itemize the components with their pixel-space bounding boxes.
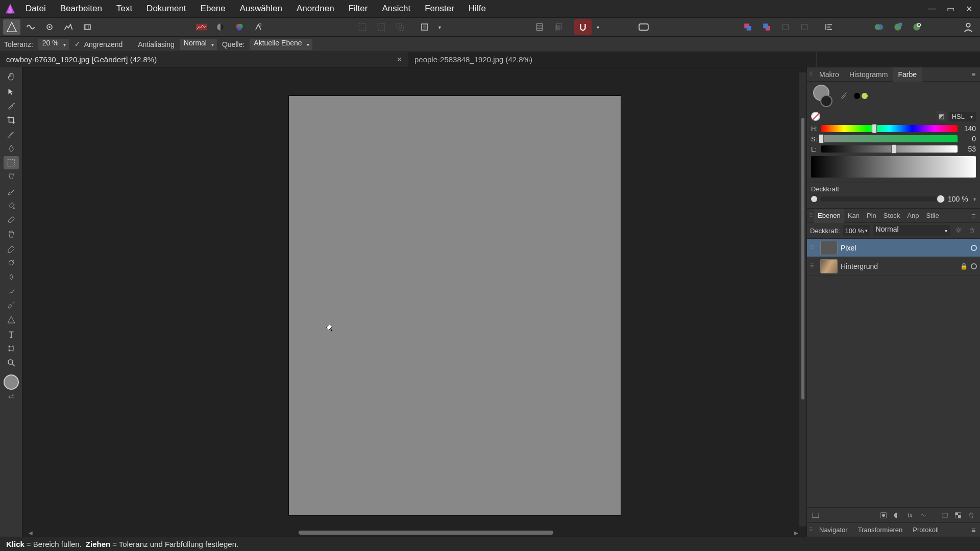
layer-thumbnail[interactable] xyxy=(820,241,838,255)
layer-link-icon[interactable]: ⠿ xyxy=(810,244,817,251)
layer-row-pixel[interactable]: ⠿ Pixel xyxy=(807,239,980,257)
panel-drag-icon[interactable]: ⠿ xyxy=(808,527,814,533)
canvas-area[interactable]: ◀ ▶ xyxy=(22,67,806,537)
sat-value[interactable]: 0 xyxy=(961,135,976,143)
persona-develop-icon[interactable] xyxy=(41,19,58,35)
selection-new-icon[interactable] xyxy=(354,19,371,35)
erase-tool-icon[interactable] xyxy=(4,242,19,255)
add-layer2-icon[interactable] xyxy=(889,19,906,35)
layer-blendmode-select[interactable]: Normal▾ xyxy=(873,225,950,236)
persona-tonemap-icon[interactable] xyxy=(60,19,77,35)
smudge-tool-icon[interactable] xyxy=(4,285,19,298)
delete-layer-icon[interactable] xyxy=(966,510,977,521)
shape-tool-icon[interactable] xyxy=(4,313,19,327)
color-picker-tool-icon[interactable] xyxy=(4,99,19,112)
group-icon[interactable] xyxy=(939,510,950,521)
magnet-dd-icon[interactable]: ▾ xyxy=(593,19,602,35)
redeye-tool-icon[interactable] xyxy=(4,299,19,312)
menu-datei[interactable]: Datei xyxy=(18,0,53,17)
maximize-button[interactable]: ▭ xyxy=(941,4,960,14)
layer-thumbnail[interactable] xyxy=(820,259,838,273)
stack-icon[interactable] xyxy=(550,19,567,35)
autowb-icon[interactable] xyxy=(250,19,267,35)
layer-opacity-input[interactable]: 100 %▾ xyxy=(843,225,870,236)
layer-link-icon[interactable]: ⠿ xyxy=(810,263,817,269)
eyedropper-icon[interactable] xyxy=(837,91,851,101)
menu-bearbeiten[interactable]: Bearbeiten xyxy=(53,0,109,17)
tab-pin[interactable]: Pin xyxy=(863,209,880,223)
hue-value[interactable]: 140 xyxy=(961,124,976,133)
selection-brush-icon[interactable] xyxy=(4,128,19,141)
menu-fenster[interactable]: Fenster xyxy=(418,0,461,17)
panel-menu-icon[interactable]: ≡ xyxy=(968,70,979,79)
document-canvas[interactable] xyxy=(289,96,621,515)
light-slider[interactable] xyxy=(821,145,958,153)
quickmask-dd-icon[interactable]: ▾ xyxy=(435,19,444,35)
add-fx-icon[interactable]: fx xyxy=(904,510,916,521)
recent-color-1[interactable] xyxy=(854,93,860,99)
antialias-checkbox[interactable]: Antialiasing xyxy=(128,40,175,48)
no-color-icon[interactable] xyxy=(811,112,820,121)
magnet-icon[interactable] xyxy=(574,19,592,35)
selection-sub-icon[interactable] xyxy=(391,19,409,35)
mesh-tool-icon[interactable] xyxy=(4,342,19,355)
opacity-value[interactable]: 100 % xyxy=(948,195,970,203)
blur-tool-icon[interactable] xyxy=(4,270,19,284)
autocolors-icon[interactable] xyxy=(231,19,248,35)
blendmode-select[interactable]: Normal▾ xyxy=(180,39,217,50)
menu-anordnen[interactable]: Anordnen xyxy=(289,0,341,17)
layer-name[interactable]: Pixel xyxy=(841,244,968,252)
tolerance-input[interactable]: 20 %▾ xyxy=(38,39,69,50)
zoom-tool-icon[interactable] xyxy=(4,356,19,369)
source-select[interactable]: Aktuelle Ebene▾ xyxy=(250,39,312,50)
opacity-slider[interactable] xyxy=(820,196,945,202)
arrange-bwd-icon[interactable] xyxy=(796,19,813,35)
text-tool-icon[interactable] xyxy=(4,328,19,341)
scroll-right-icon[interactable]: ▶ xyxy=(794,530,800,536)
layer-name[interactable]: Hintergrund xyxy=(841,262,957,270)
add-live-icon[interactable] xyxy=(918,510,929,521)
brush-tool-icon[interactable] xyxy=(4,185,19,198)
tab-farbe[interactable]: Farbe xyxy=(893,67,922,82)
scroll-left-icon[interactable]: ◀ xyxy=(29,530,35,536)
align-icon[interactable] xyxy=(820,19,838,35)
add-layer-icon[interactable] xyxy=(870,19,888,35)
swap-colors-icon[interactable]: ⇄ xyxy=(8,392,14,400)
account-icon[interactable] xyxy=(960,19,977,35)
selection-add-icon[interactable] xyxy=(373,19,390,35)
color-model-select[interactable]: HSL▾ xyxy=(949,112,976,121)
add-layer3-icon[interactable] xyxy=(908,19,925,35)
menu-auswaehlen[interactable]: Auswählen xyxy=(233,0,289,17)
panel-menu-icon[interactable]: ≡ xyxy=(968,212,979,220)
panel-drag-icon[interactable]: ⠿ xyxy=(808,212,814,219)
panel-menu-icon[interactable]: ≡ xyxy=(968,526,979,534)
layer-visible-icon[interactable] xyxy=(971,263,977,269)
arrange-back-icon[interactable] xyxy=(758,19,775,35)
menu-filter[interactable]: Filter xyxy=(341,0,375,17)
menu-ebene[interactable]: Ebene xyxy=(193,0,233,17)
tab-makro[interactable]: Makro xyxy=(814,67,844,82)
layer-row-hintergrund[interactable]: ⠿ Hintergrund 🔒 xyxy=(807,257,980,276)
contiguous-checkbox[interactable]: ✓Angrenzend xyxy=(74,40,123,48)
document-tab-active[interactable]: cowboy-67630_1920.jpg [Geändert] (42.8%)… xyxy=(0,52,408,67)
foreground-color-swatch[interactable] xyxy=(4,374,19,390)
tab-transformieren[interactable]: Transformieren xyxy=(853,523,908,537)
add-mask-icon[interactable] xyxy=(878,510,889,521)
mask-layer-icon[interactable] xyxy=(810,510,821,521)
tab-ebenen[interactable]: Ebenen xyxy=(814,209,844,223)
heal-tool-icon[interactable] xyxy=(4,213,19,227)
menu-ansicht[interactable]: Ansicht xyxy=(375,0,418,17)
dodge-tool-icon[interactable] xyxy=(4,256,19,269)
crop-tool-icon[interactable] xyxy=(4,113,19,127)
close-icon[interactable]: × xyxy=(397,55,402,64)
layer-gear-icon[interactable] xyxy=(953,227,964,235)
tab-navigator[interactable]: Navigator xyxy=(814,523,853,537)
tab-stile[interactable]: Stile xyxy=(922,209,942,223)
layer-visible-icon[interactable] xyxy=(971,245,977,251)
light-value[interactable]: 53 xyxy=(961,145,976,153)
crop-icon[interactable] xyxy=(531,19,548,35)
quickmask-icon[interactable] xyxy=(416,19,433,35)
menu-hilfe[interactable]: Hilfe xyxy=(461,0,493,17)
hand-tool-icon[interactable] xyxy=(4,70,19,84)
tab-anp[interactable]: Anp xyxy=(903,209,922,223)
